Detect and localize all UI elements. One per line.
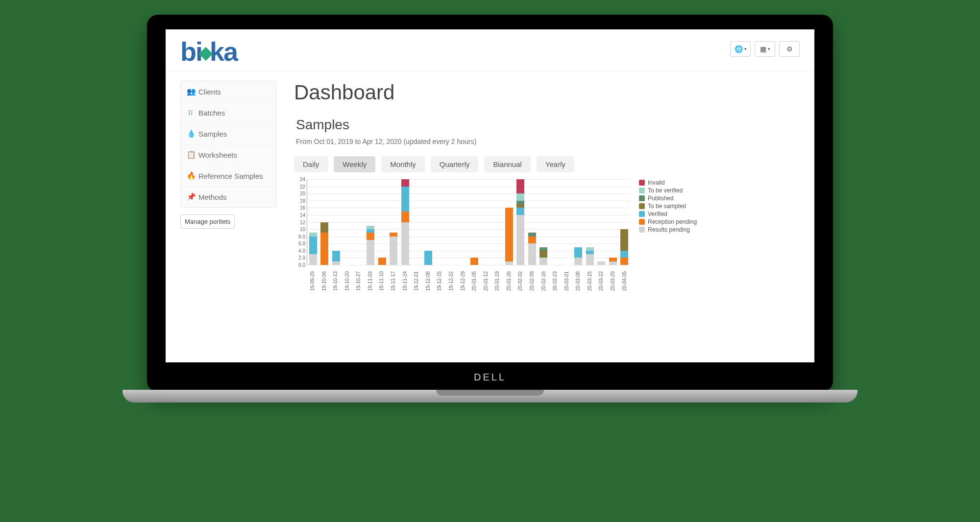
legend-swatch <box>639 227 645 233</box>
top-button-row: 🌐▾ ▦▾ ⚙ <box>730 38 800 57</box>
bar-column <box>319 179 331 265</box>
bar-stack[interactable] <box>609 258 617 265</box>
manage-portlets-button[interactable]: Manage portlets <box>180 214 235 229</box>
grid-button[interactable]: ▦▾ <box>755 41 775 57</box>
logo[interactable]: b i ka <box>180 38 237 65</box>
legend-swatch <box>639 180 645 186</box>
legend-label: To be sampled <box>648 203 686 210</box>
bar-stack[interactable] <box>516 179 524 265</box>
bar-stack[interactable] <box>424 251 432 265</box>
laptop-base <box>122 390 858 403</box>
bar-column <box>388 179 400 265</box>
bar-column <box>515 179 527 265</box>
legend-item[interactable]: Invalid <box>639 179 697 186</box>
section-title: Samples <box>296 117 800 133</box>
period-selector: DailyWeeklyMonthlyQuarterlyBiannualYearl… <box>294 156 800 172</box>
y-tick-label: 20 <box>300 191 307 196</box>
bar-stack[interactable] <box>309 233 317 265</box>
legend-label: Reception pending <box>648 218 697 225</box>
bar-stack[interactable] <box>470 258 478 265</box>
legend-item[interactable]: To be verified <box>639 187 697 194</box>
laptop-frame: b i ka 🌐▾ ▦▾ ⚙ 👥Clients⁞⁞Batches💧Samples <box>147 15 833 392</box>
period-weekly-button[interactable]: Weekly <box>334 156 375 172</box>
bar-segment <box>539 247 547 251</box>
y-tick-label: 6.0 <box>298 241 307 246</box>
sidebar-item-samples[interactable]: 💧Samples <box>181 123 276 144</box>
bar-stack[interactable] <box>332 251 340 265</box>
bar-segment <box>574 247 582 258</box>
bar-stack[interactable] <box>390 233 397 265</box>
bar-segment <box>367 226 374 229</box>
sidebar-item-worksheets[interactable]: 📋Worksheets <box>181 144 276 166</box>
bar-segment <box>505 208 513 261</box>
bar-segment <box>586 251 594 254</box>
bar-segment <box>539 258 547 265</box>
bar-segment <box>516 204 524 208</box>
sidebar-item-label: Methods <box>198 193 227 201</box>
bar-segment <box>367 240 374 265</box>
bar-stack[interactable] <box>574 247 582 265</box>
y-tick-label: 8.0 <box>298 234 307 239</box>
sidebar-item-label: Reference Samples <box>198 172 263 180</box>
bar-column <box>457 179 469 265</box>
bar-segment <box>332 261 340 265</box>
logo-text: ka <box>210 38 237 65</box>
x-tick-label: 19-10-13 <box>330 265 342 293</box>
legend-swatch <box>639 195 645 201</box>
globe-icon: 🌐 <box>735 45 743 53</box>
bar-stack[interactable] <box>539 247 547 265</box>
sidebar-item-reference-samples[interactable]: 🔥Reference Samples <box>181 166 276 187</box>
period-quarterly-button[interactable]: Quarterly <box>431 156 479 172</box>
bar-segment <box>309 237 317 254</box>
legend-item[interactable]: Results pending <box>639 226 697 233</box>
bar-stack[interactable] <box>620 229 628 265</box>
sidebar-item-clients[interactable]: 👥Clients <box>181 81 276 102</box>
bar-stack[interactable] <box>586 247 594 265</box>
x-tick-label: 20-02-16 <box>538 265 550 293</box>
bar-stack[interactable] <box>367 226 374 265</box>
bar-column <box>422 179 434 265</box>
bar-segment <box>528 237 536 244</box>
bar-column <box>492 179 504 265</box>
globe-button[interactable]: 🌐▾ <box>730 41 751 57</box>
bar-stack[interactable] <box>528 233 536 265</box>
y-tick-label: 0.0 <box>298 262 307 268</box>
bar-segment <box>505 261 513 265</box>
bar-segment <box>609 261 617 265</box>
legend-item[interactable]: Published <box>639 195 697 202</box>
period-monthly-button[interactable]: Monthly <box>381 156 425 172</box>
x-tick-label: 19-09-29 <box>307 265 318 293</box>
bar-segment <box>574 258 582 265</box>
legend-label: Verified <box>648 211 667 217</box>
legend-item[interactable]: Reception pending <box>639 218 697 225</box>
x-tick-label: 19-11-10 <box>376 265 388 293</box>
period-daily-button[interactable]: Daily <box>294 156 328 172</box>
batches-icon: ⁞⁞ <box>187 108 195 117</box>
x-tick-label: 20-02-23 <box>549 265 561 293</box>
period-yearly-button[interactable]: Yearly <box>537 156 574 172</box>
sidebar-item-batches[interactable]: ⁞⁞Batches <box>181 102 276 123</box>
bar-segment <box>528 243 536 265</box>
bar-stack[interactable] <box>378 258 386 265</box>
legend-swatch <box>639 203 645 209</box>
bar-segment <box>367 229 374 233</box>
sidebar-item-methods[interactable]: 📌Methods <box>181 187 276 207</box>
bar-stack[interactable] <box>320 222 328 265</box>
bar-stack[interactable] <box>505 208 513 265</box>
legend-item[interactable]: Verified <box>639 211 697 217</box>
bar-column <box>365 179 377 265</box>
period-biannual-button[interactable]: Biannual <box>484 156 530 172</box>
chart-plot[interactable]: 0.02.04.06.08.01012141618202224 <box>307 179 630 265</box>
bar-column <box>411 179 423 265</box>
laptop-notch <box>436 390 544 396</box>
legend-item[interactable]: To be sampled <box>639 203 697 210</box>
bar-stack[interactable] <box>597 261 605 265</box>
y-tick-label: 16 <box>300 205 307 211</box>
bar-segment <box>470 258 478 265</box>
legend-label: Published <box>648 195 674 202</box>
bar-stack[interactable] <box>401 179 409 265</box>
legend-swatch <box>639 188 645 193</box>
clients-icon: 👥 <box>187 87 195 96</box>
caret-down-icon: ▾ <box>768 47 770 51</box>
settings-button[interactable]: ⚙ <box>779 41 800 57</box>
